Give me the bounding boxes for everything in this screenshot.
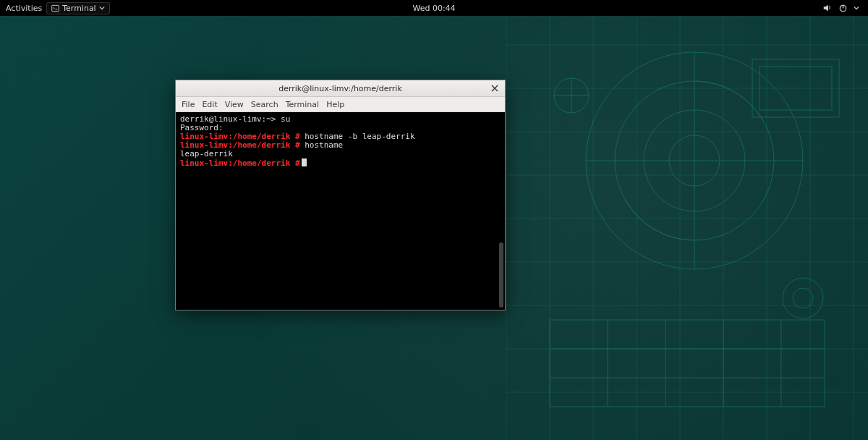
- chevron-down-icon[interactable]: [854, 5, 859, 11]
- menu-search[interactable]: Search: [251, 100, 278, 109]
- top-panel: Activities Terminal Wed 00:44: [0, 0, 868, 16]
- close-icon: [491, 85, 498, 92]
- top-panel-left: Activities Terminal: [0, 2, 110, 14]
- window-title: derrik@linux-limv:/home/derrik: [278, 84, 402, 93]
- menu-terminal[interactable]: Terminal: [286, 100, 320, 109]
- terminal-command: su: [276, 114, 290, 124]
- chevron-down-icon: [99, 5, 105, 11]
- terminal-prompt: linux-limv:/home/derrik #: [180, 158, 300, 168]
- menu-edit[interactable]: Edit: [202, 100, 217, 109]
- terminal-icon: [51, 4, 59, 12]
- terminal-body[interactable]: derrik@linux-limv:~> suPassword:linux-li…: [176, 112, 505, 310]
- terminal-content: derrik@linux-limv:~> suPassword:linux-li…: [176, 112, 505, 171]
- wallpaper-blueprint: [506, 16, 868, 440]
- app-menu[interactable]: Terminal: [46, 2, 110, 14]
- terminal-window: derrik@linux-limv:/home/derrik File Edit…: [175, 80, 506, 310]
- terminal-line: linux-limv:/home/derrik #: [180, 158, 501, 168]
- top-panel-right: [822, 3, 868, 13]
- terminal-menubar: File Edit View Search Terminal Help: [176, 97, 505, 112]
- terminal-prompt: leap-derrik: [180, 149, 233, 158]
- terminal-line: derrik@linux-limv:~> su: [180, 115, 501, 124]
- volume-icon[interactable]: [822, 3, 833, 13]
- terminal-line: leap-derrik: [180, 150, 501, 158]
- window-titlebar[interactable]: derrik@linux-limv:/home/derrik: [176, 80, 505, 97]
- svg-rect-0: [52, 5, 59, 11]
- clock[interactable]: Wed 00:44: [412, 4, 455, 13]
- activities-button[interactable]: Activities: [6, 4, 42, 13]
- menu-view[interactable]: View: [225, 100, 244, 109]
- svg-point-36: [783, 278, 823, 318]
- menu-help[interactable]: Help: [326, 100, 344, 109]
- close-button[interactable]: [489, 82, 501, 94]
- app-menu-label: Terminal: [62, 4, 96, 13]
- scrollbar-thumb[interactable]: [499, 242, 503, 308]
- terminal-command: hostname: [300, 140, 344, 150]
- power-icon[interactable]: [838, 4, 848, 13]
- svg-rect-29: [550, 320, 825, 407]
- terminal-cursor: [302, 158, 307, 166]
- menu-file[interactable]: File: [182, 100, 195, 109]
